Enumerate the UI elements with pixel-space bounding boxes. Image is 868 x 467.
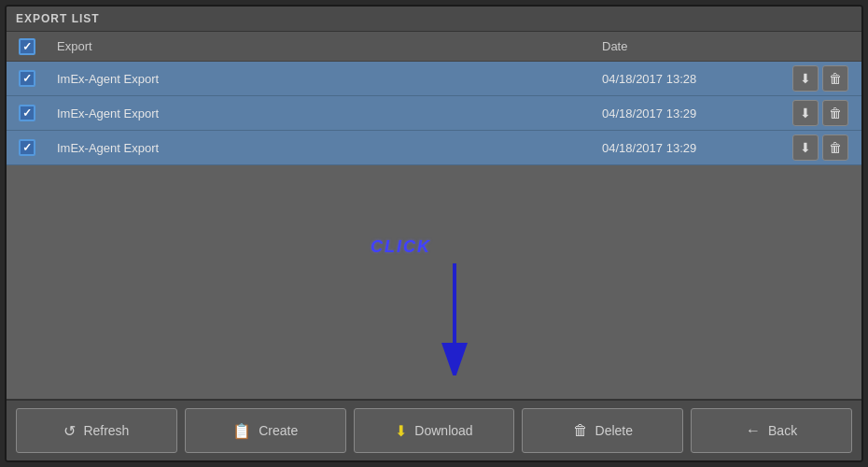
delete-button[interactable]: 🗑 Delete xyxy=(522,408,683,453)
row3-delete-btn[interactable]: 🗑 xyxy=(822,134,848,161)
row2-export: ImEx-Agent Export xyxy=(48,99,593,128)
row1-export: ImEx-Agent Export xyxy=(48,64,593,93)
table-area: Export Date ImEx-Agent Export 04/18/2017… xyxy=(7,32,861,399)
row3-export: ImEx-Agent Export xyxy=(48,134,593,163)
table-row: ImEx-Agent Export 04/18/2017 13:28 ⬇ 🗑 xyxy=(7,62,861,96)
empty-area xyxy=(7,165,861,399)
row3-check[interactable] xyxy=(7,134,48,162)
row3-download-btn[interactable]: ⬇ xyxy=(792,134,819,161)
download-icon: ⬇ xyxy=(395,422,407,440)
header-actions xyxy=(779,32,861,61)
table-header: Export Date xyxy=(7,32,861,62)
refresh-label: Refresh xyxy=(83,423,129,438)
table-row: ImEx-Agent Export 04/18/2017 13:29 ⬇ 🗑 xyxy=(7,131,861,165)
row2-date: 04/18/2017 13:29 xyxy=(593,99,779,128)
header-check xyxy=(7,32,48,61)
download-label: Download xyxy=(414,423,472,438)
row1-download-btn[interactable]: ⬇ xyxy=(792,65,819,92)
refresh-button[interactable]: ↺ Refresh xyxy=(16,408,177,453)
create-label: Create xyxy=(259,423,298,438)
row3-date: 04/18/2017 13:29 xyxy=(593,134,779,163)
row2-delete-btn[interactable]: 🗑 xyxy=(822,100,848,126)
delete-label: Delete xyxy=(595,423,633,438)
table-row: ImEx-Agent Export 04/18/2017 13:29 ⬇ 🗑 xyxy=(7,96,861,131)
refresh-icon: ↺ xyxy=(63,422,76,440)
row1-actions: ⬇ 🗑 xyxy=(779,62,861,95)
row3-checkbox[interactable] xyxy=(19,139,35,156)
create-icon: 📋 xyxy=(232,422,251,440)
row1-date: 04/18/2017 13:28 xyxy=(593,64,779,93)
create-button[interactable]: 📋 Create xyxy=(185,408,346,453)
toolbar: ↺ Refresh 📋 Create ⬇ Download 🗑 Delete ←… xyxy=(7,399,861,460)
row2-check[interactable] xyxy=(7,99,48,127)
row2-actions: ⬇ 🗑 xyxy=(779,96,861,130)
header-date: Date xyxy=(593,32,779,61)
row1-delete-btn[interactable]: 🗑 xyxy=(822,65,848,92)
row1-check[interactable] xyxy=(7,64,48,92)
download-button[interactable]: ⬇ Download xyxy=(354,408,515,453)
header-export: Export xyxy=(48,32,593,61)
back-icon: ← xyxy=(746,422,761,439)
row2-checkbox[interactable] xyxy=(19,105,35,121)
export-list-window: EXPORT LIST Export Date ImEx-Agent Expor… xyxy=(5,5,863,462)
row3-actions: ⬇ 🗑 xyxy=(779,131,861,164)
row1-checkbox[interactable] xyxy=(19,70,35,87)
delete-icon: 🗑 xyxy=(573,422,588,439)
header-checkbox[interactable] xyxy=(19,38,35,55)
back-label: Back xyxy=(768,423,797,438)
back-button[interactable]: ← Back xyxy=(691,408,852,453)
row2-download-btn[interactable]: ⬇ xyxy=(792,100,819,126)
window-title: EXPORT LIST xyxy=(7,7,861,32)
